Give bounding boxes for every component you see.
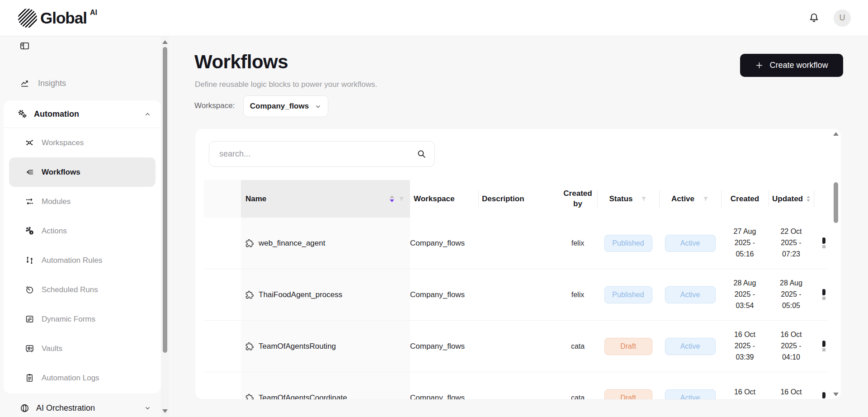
row-actions-icon[interactable] bbox=[821, 237, 828, 249]
sidebar-item-workspaces[interactable]: Workspaces bbox=[9, 128, 156, 157]
filter-funnel-icon[interactable] bbox=[641, 196, 647, 202]
workspaces-icon bbox=[25, 138, 34, 147]
row-cell-name[interactable]: web_finance_agent bbox=[241, 218, 410, 269]
scroll-down-arrow-icon[interactable] bbox=[162, 409, 168, 413]
insights-icon bbox=[20, 78, 30, 88]
row-cell-name[interactable]: TeamOfAgentsRouting bbox=[241, 321, 410, 372]
header-cell-name[interactable]: Name bbox=[241, 180, 410, 218]
sidebar-item-label: Insights bbox=[38, 79, 66, 88]
create-workflow-button[interactable]: Create workflow bbox=[740, 54, 843, 77]
brand-logo[interactable]: Global AI bbox=[18, 8, 97, 28]
sidebar-item-automation[interactable]: Automation bbox=[4, 100, 161, 128]
sidebar-toggle-button[interactable] bbox=[19, 41, 30, 51]
search-input[interactable] bbox=[209, 141, 435, 167]
row-cell-status: Draft bbox=[597, 372, 659, 399]
sidebar-toggle-icon bbox=[19, 41, 30, 51]
scroll-up-arrow-icon[interactable] bbox=[162, 40, 168, 44]
sidebar-item-workflows[interactable]: Workflows bbox=[9, 157, 156, 187]
table-header-row: Name Workspace Descriptio bbox=[204, 180, 828, 218]
row-cell-actions[interactable] bbox=[814, 218, 828, 269]
notifications-button[interactable] bbox=[808, 12, 820, 24]
puzzle-icon bbox=[245, 342, 254, 351]
sort-icon[interactable] bbox=[390, 195, 394, 202]
vaults-icon bbox=[25, 344, 34, 353]
sidebar-item-automation-rules[interactable]: Automation Rules bbox=[9, 246, 156, 275]
row-cell-created-by: felix bbox=[558, 218, 597, 269]
header-cell-created-by: Created by bbox=[558, 180, 597, 218]
status-badge: Published bbox=[604, 286, 652, 303]
table-row[interactable]: TeamOfAgentsRouting Company_flows cata D… bbox=[204, 321, 828, 372]
automation-group: Automation Workspaces Workflows Modules bbox=[4, 100, 161, 393]
header-cell-description: Description bbox=[478, 180, 558, 218]
workflow-name: web_finance_agent bbox=[259, 239, 325, 248]
sidebar-item-label: Automation bbox=[34, 109, 79, 119]
updated-date: 22 Oct 2025 - 07:23 bbox=[775, 226, 807, 260]
sidebar-item-modules[interactable]: Modules bbox=[9, 187, 156, 216]
row-cell-actions[interactable] bbox=[814, 372, 828, 399]
sidebar-scrollbar[interactable] bbox=[161, 36, 169, 417]
create-workflow-label: Create workflow bbox=[769, 61, 828, 70]
row-cell-active: Active bbox=[659, 218, 721, 269]
sidebar-item-insights[interactable]: Insights bbox=[0, 73, 161, 93]
table-row[interactable]: ThaiFoodAgent_process Company_flows feli… bbox=[204, 269, 828, 321]
header-cell-updated[interactable]: Updated bbox=[769, 180, 814, 218]
column-label: Workspace bbox=[414, 194, 454, 204]
sidebar-item-scheduled-runs[interactable]: Scheduled Runs bbox=[9, 275, 156, 304]
row-actions-icon[interactable] bbox=[821, 392, 828, 399]
page-title: Workflows bbox=[194, 51, 288, 73]
filter-funnel-icon[interactable] bbox=[703, 196, 709, 202]
sidebar-item-automation-logs[interactable]: Automation Logs bbox=[9, 363, 156, 393]
column-label: Name bbox=[245, 194, 266, 204]
column-label: Created by bbox=[558, 189, 597, 209]
workspace-value: Company_flows bbox=[250, 102, 309, 111]
row-cell-name[interactable]: TeamOfAgentsCoordinate bbox=[241, 372, 410, 399]
sidebar-item-ai-orchestration[interactable]: AI Orchestration bbox=[0, 398, 161, 417]
search-icon[interactable] bbox=[416, 148, 427, 160]
row-cell-created-by: cata bbox=[558, 372, 597, 399]
sidebar-item-label: Workflows bbox=[42, 168, 80, 177]
row-cell-status: Published bbox=[597, 269, 659, 320]
header-cell-created: Created bbox=[721, 180, 769, 218]
row-actions-icon[interactable] bbox=[821, 341, 828, 352]
table-scrollbar[interactable] bbox=[833, 129, 839, 399]
sort-icon[interactable] bbox=[807, 196, 810, 202]
scroll-up-arrow-icon[interactable] bbox=[833, 132, 839, 136]
row-cell-actions[interactable] bbox=[814, 269, 828, 320]
avatar[interactable]: U bbox=[834, 9, 851, 27]
row-cell-name[interactable]: ThaiFoodAgent_process bbox=[241, 269, 410, 320]
sidebar-item-actions[interactable]: Actions bbox=[9, 216, 156, 246]
scroll-down-arrow-icon[interactable] bbox=[833, 393, 839, 396]
row-cell-workspace: Company_flows bbox=[410, 218, 478, 269]
header-cell-actions bbox=[814, 180, 828, 218]
row-cell-actions[interactable] bbox=[814, 321, 828, 372]
logo-mark-icon bbox=[18, 9, 37, 28]
created-date: 28 Aug 2025 - 03:54 bbox=[729, 278, 761, 311]
sidebar-item-label: Dynamic Forms bbox=[42, 315, 95, 324]
scheduled-runs-icon bbox=[25, 285, 34, 294]
created-date: 27 Aug 2025 - 05:16 bbox=[729, 226, 761, 260]
row-cell-description bbox=[478, 321, 558, 372]
row-cell-description bbox=[478, 269, 558, 320]
table-scrollbar-thumb[interactable] bbox=[834, 182, 838, 223]
table-row[interactable]: TeamOfAgentsCoordinate Company_flows cat… bbox=[204, 372, 828, 399]
table-row[interactable]: web_finance_agent Company_flows felix Pu… bbox=[204, 218, 828, 269]
sidebar-item-label: Scheduled Runs bbox=[42, 285, 98, 294]
filter-funnel-icon[interactable] bbox=[398, 196, 405, 202]
row-cell-updated: 28 Aug 2025 - 05:05 bbox=[769, 269, 814, 320]
topbar-actions: U bbox=[808, 9, 851, 27]
avatar-initial: U bbox=[840, 13, 845, 23]
row-cell-active: Active bbox=[659, 269, 721, 320]
workspace-select[interactable]: Company_flows bbox=[243, 95, 328, 117]
bell-icon bbox=[808, 12, 820, 24]
sidebar-item-vaults[interactable]: Vaults bbox=[9, 334, 156, 363]
active-badge: Active bbox=[665, 286, 716, 303]
active-badge: Active bbox=[665, 389, 716, 399]
workflow-name: TeamOfAgentsRouting bbox=[259, 342, 336, 351]
sidebar-item-dynamic-forms[interactable]: Dynamic Forms bbox=[9, 304, 156, 334]
status-badge: Published bbox=[604, 235, 652, 252]
workflows-icon bbox=[25, 167, 34, 177]
status-badge: Draft bbox=[604, 389, 652, 399]
row-cell-active: Active bbox=[659, 321, 721, 372]
row-actions-icon[interactable] bbox=[821, 289, 828, 301]
sidebar-scrollbar-thumb[interactable] bbox=[163, 47, 167, 353]
